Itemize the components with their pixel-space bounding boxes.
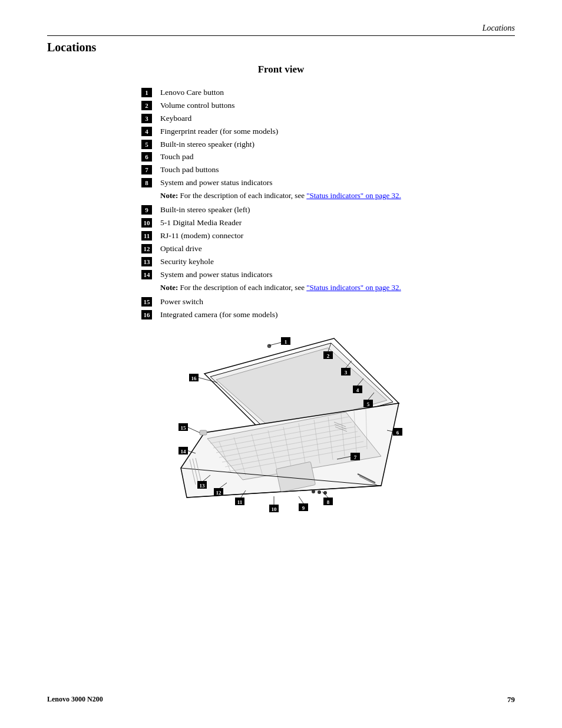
item-badge-11: 11 [141,231,152,241]
footer-left: Lenovo 3000 N200 [47,695,103,704]
note-1-text: For the description of each indicator, s… [180,191,307,200]
item-badge-15: 15 [141,297,152,307]
item-text-7: Touch pad buttons [160,164,219,176]
svg-text:8: 8 [327,499,330,505]
item-badge-1: 1 [141,88,152,97]
note-label-1: Note: [160,191,178,200]
list-item: 5 Built-in stereo speaker (right) [141,139,515,150]
list-item: 13 Security keyhole [141,256,515,268]
item-text-16: Integrated camera (for some models) [160,309,277,321]
footer-right: 79 [507,695,515,704]
list-item: 4 Fingerprint reader (for some models) [141,126,515,137]
item-text-15: Power switch [160,297,203,308]
svg-text:15: 15 [181,425,187,431]
item-badge-12: 12 [141,244,152,253]
item-text-13: Security keyhole [160,256,214,268]
item-text-8: System and power status indicators [160,177,272,189]
item-text-2: Volume control buttons [160,100,235,111]
page: Locations Locations Front view 1 Lenovo … [0,0,562,728]
list-item: 9 Built-in stereo speaker (left) [141,205,515,216]
item-text-12: Optical drive [160,243,202,255]
note-2-text: For the description of each indicator, s… [180,283,307,292]
item-badge-10: 10 [141,218,152,228]
svg-text:5: 5 [367,401,370,407]
svg-text:12: 12 [216,490,222,496]
item-text-4: Fingerprint reader (for some models) [160,126,278,137]
list-item: 12 Optical drive [141,243,515,255]
note-1: Note: For the description of each indica… [160,190,515,201]
list-item: 7 Touch pad buttons [141,164,515,176]
item-badge-7: 7 [141,165,152,174]
laptop-diagram: 1 2 3 4 5 6 7 [128,332,434,533]
item-text-14: System and power status indicators [160,269,272,281]
header-rule [47,35,515,36]
list-item: 10 5-1 Digital Media Reader [141,218,515,229]
svg-line-64 [299,496,303,503]
laptop-svg: 1 2 3 4 5 6 7 [128,332,434,533]
note-label-2: Note: [160,283,178,292]
svg-text:10: 10 [272,506,277,512]
item-text-9: Built-in stereo speaker (left) [160,205,250,216]
items-list-part1: 1 Lenovo Care button 2 Volume control bu… [141,87,515,321]
section-title: Locations [47,41,515,54]
svg-text:4: 4 [356,387,359,393]
svg-text:7: 7 [354,454,357,460]
list-item: 6 Touch pad [141,151,515,163]
item-badge-2: 2 [141,101,152,110]
item-text-5: Built-in stereo speaker (right) [160,139,254,150]
svg-text:14: 14 [181,449,187,454]
svg-point-39 [323,491,327,495]
list-item: 14 System and power status indicators [141,269,515,281]
svg-point-37 [312,490,315,493]
svg-text:1: 1 [285,339,287,345]
list-item: 1 Lenovo Care button [141,87,515,98]
page-header: Locations [47,24,515,33]
item-badge-3: 3 [141,114,152,123]
item-text-11: RJ-11 (modem) connector [160,230,243,242]
svg-text:11: 11 [237,499,243,505]
svg-text:9: 9 [302,505,305,511]
list-item: 15 Power switch [141,297,515,308]
svg-point-38 [318,490,321,494]
list-item: 16 Integrated camera (for some models) [141,309,515,321]
item-badge-14: 14 [141,270,152,279]
item-badge-9: 9 [141,205,152,215]
svg-line-82 [187,427,200,433]
list-item: 3 Keyboard [141,113,515,124]
svg-text:2: 2 [327,353,330,359]
svg-text:16: 16 [191,375,197,381]
item-text-1: Lenovo Care button [160,87,224,98]
subsection-title: Front view [47,64,515,75]
note-2: Note: For the description of each indica… [160,282,515,293]
list-item: 11 RJ-11 (modem) connector [141,230,515,242]
list-item: 2 Volume control buttons [141,100,515,111]
list-item: 8 System and power status indicators [141,177,515,189]
item-badge-5: 5 [141,140,152,149]
item-badge-13: 13 [141,257,152,266]
svg-text:6: 6 [396,430,399,436]
header-title: Locations [482,24,515,32]
page-footer: Lenovo 3000 N200 79 [0,695,562,704]
note-2-link[interactable]: "Status indicators" on page 32. [306,283,401,292]
svg-rect-36 [200,430,207,435]
svg-text:3: 3 [345,370,348,375]
svg-point-35 [267,344,271,348]
item-text-3: Keyboard [160,113,191,124]
svg-text:13: 13 [200,483,206,489]
item-text-6: Touch pad [160,151,193,163]
item-badge-16: 16 [141,310,152,319]
item-badge-6: 6 [141,152,152,162]
item-badge-4: 4 [141,127,152,136]
item-badge-8: 8 [141,178,152,187]
item-text-10: 5-1 Digital Media Reader [160,218,242,229]
note-1-link[interactable]: "Status indicators" on page 32. [306,191,401,200]
